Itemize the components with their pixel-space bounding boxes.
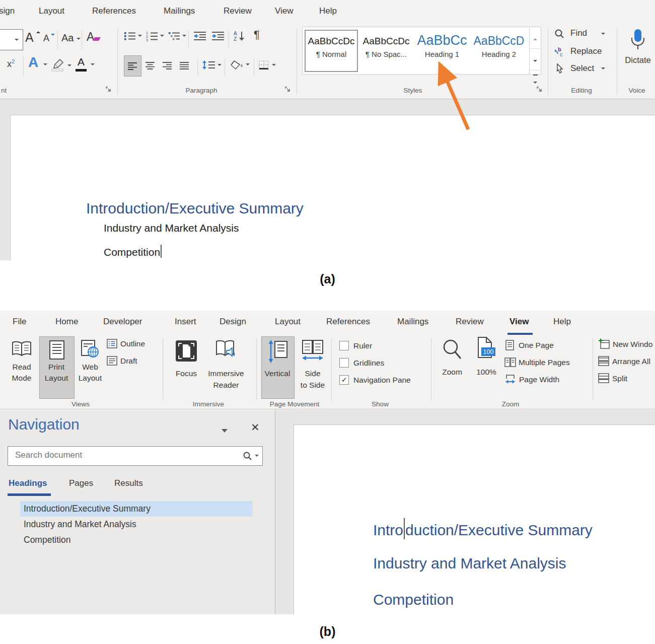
vertical-icon	[268, 339, 288, 364]
doc-heading1-post: duction/Executive Summary	[405, 522, 593, 538]
styles-dialog-launcher[interactable]	[537, 87, 543, 93]
multilevel-list-icon	[168, 31, 180, 40]
document-page[interactable]: Introduction/Executive Summary Industry …	[10, 115, 655, 260]
search-options-chevron[interactable]	[255, 455, 259, 457]
close-icon[interactable]: ✕	[251, 421, 260, 434]
dictate-button[interactable]: Dictate	[620, 28, 655, 51]
tab-headings-active[interactable]: Headings	[9, 478, 47, 488]
menu-tab-developer[interactable]: Developer	[103, 317, 142, 327]
bullet-list-icon	[124, 31, 136, 40]
clear-formatting-button[interactable]: A	[87, 30, 94, 44]
shading-button[interactable]	[231, 59, 243, 70]
group-divider	[256, 338, 257, 400]
gridlines-checkbox[interactable]	[339, 358, 349, 368]
side-to-side-label2: to Side	[296, 381, 329, 390]
menu-tab-help[interactable]: Help	[319, 6, 337, 16]
align-right-button[interactable]	[162, 61, 172, 69]
group-divider	[297, 28, 297, 95]
menu-tab-references[interactable]: References	[92, 6, 136, 16]
text-effects-button[interactable]: A	[28, 54, 38, 70]
line-spacing-button[interactable]	[202, 60, 215, 69]
tab-results[interactable]: Results	[114, 478, 143, 488]
web-layout-label2: Layout	[75, 374, 106, 383]
tab-pages[interactable]: Pages	[69, 478, 93, 488]
focus-button[interactable]: Focus	[171, 338, 201, 397]
replace-button[interactable]: b c Replace	[554, 46, 565, 57]
superscript-x-glyph: x	[7, 59, 12, 69]
navigation-pane-checkbox-checked[interactable]: ✓	[339, 375, 349, 385]
nav-item[interactable]: Competition	[24, 535, 70, 545]
align-center-button[interactable]	[145, 61, 155, 69]
menu-tab-layout[interactable]: Layout	[275, 317, 301, 327]
menu-tab-references[interactable]: References	[326, 317, 370, 327]
zoom-100-button[interactable]: 100 100%	[472, 336, 500, 387]
search-icon[interactable]	[243, 452, 252, 460]
ruler-checkbox[interactable]	[339, 341, 349, 350]
select-button[interactable]: Select	[556, 63, 564, 74]
menu-tab-insert[interactable]: Insert	[175, 317, 196, 327]
draft-button[interactable]: Draft	[107, 356, 117, 366]
search-box[interactable]	[8, 446, 263, 466]
paragraph-dialog-launcher[interactable]	[285, 87, 291, 93]
outline-button[interactable]: Outline	[107, 339, 117, 348]
page-width-button[interactable]: Page Width	[505, 374, 516, 385]
styles-scroll-up[interactable]	[530, 27, 541, 49]
menu-tab-home[interactable]: Home	[55, 317, 78, 327]
menu-tab-mailings[interactable]: Mailings	[164, 6, 195, 16]
font-color-button[interactable]: A	[76, 56, 87, 67]
style-normal[interactable]: AaBbCcDc ¶ Normal	[305, 30, 358, 72]
sort-button[interactable]: A Z	[234, 30, 246, 41]
grow-font-button[interactable]: A	[25, 30, 34, 45]
menu-tab-review[interactable]: Review	[456, 317, 484, 327]
find-button[interactable]: Find	[555, 29, 564, 38]
decrease-indent-button[interactable]	[193, 31, 206, 40]
pane-options-chevron[interactable]	[222, 429, 228, 433]
numbering-button[interactable]: 1 2 3	[146, 31, 158, 41]
change-case-button[interactable]: Aa	[61, 32, 74, 44]
caret-down-icon	[51, 34, 55, 36]
nav-item-selected[interactable]: Introduction/Executive Summary	[20, 501, 253, 517]
web-layout-button[interactable]: Web Layout	[75, 338, 106, 397]
menu-tab-design[interactable]: Design	[220, 317, 246, 327]
multilevel-list-button[interactable]	[168, 31, 180, 40]
print-layout-button-selected[interactable]: Print Layout	[39, 336, 75, 399]
styles-scroll-down[interactable]	[530, 49, 541, 70]
styles-gallery: AaBbCcDc ¶ Normal AaBbCcDc ¶ No Spac... …	[302, 27, 530, 75]
immersive-reader-button[interactable]: Immersive Reader	[204, 338, 248, 397]
font-size-combo[interactable]	[0, 29, 23, 50]
one-page-button[interactable]: One Page	[505, 340, 514, 350]
justify-button[interactable]	[179, 61, 189, 69]
highlight-button[interactable]	[50, 58, 64, 71]
search-input[interactable]	[14, 450, 233, 461]
menu-tab-help[interactable]: Help	[553, 317, 571, 327]
font-dialog-launcher[interactable]	[106, 87, 112, 93]
menu-tab-mailings[interactable]: Mailings	[397, 317, 428, 327]
style-heading2[interactable]: AaBbCcD Heading 2	[472, 30, 526, 70]
split-button[interactable]: Split	[598, 373, 609, 383]
menu-tab-layout[interactable]: Layout	[39, 6, 64, 16]
menu-tab-view-active[interactable]: View	[510, 317, 529, 327]
align-left-button[interactable]	[124, 55, 141, 77]
vertical-button-selected[interactable]: Vertical	[261, 336, 295, 399]
bullets-button[interactable]	[124, 31, 136, 40]
style-no-spacing[interactable]: AaBbCcDc ¶ No Spac...	[360, 30, 412, 70]
zoom-button[interactable]: Zoom	[438, 337, 466, 388]
nav-item[interactable]: Industry and Market Analysis	[24, 519, 136, 530]
superscript-button[interactable]: x2	[7, 58, 15, 69]
menu-tab-design-partial[interactable]: sign	[0, 6, 15, 16]
paint-bucket-icon	[231, 59, 243, 70]
menu-tab-review[interactable]: Review	[224, 6, 252, 16]
multiple-pages-button[interactable]: Multiple Pages	[504, 357, 516, 367]
show-marks-button[interactable]: ¶	[254, 28, 260, 41]
new-window-button[interactable]: New Windo	[598, 338, 610, 349]
menu-tab-file[interactable]: File	[13, 317, 26, 327]
shrink-font-button[interactable]: A	[43, 33, 49, 44]
print-layout-label2: Layout	[40, 374, 73, 383]
arrange-all-button[interactable]: Arrange All	[598, 356, 609, 366]
menu-tab-view[interactable]: View	[275, 6, 294, 16]
side-to-side-button[interactable]: Side to Side	[296, 338, 329, 397]
borders-button[interactable]	[259, 60, 269, 69]
increase-indent-button[interactable]	[211, 31, 225, 40]
read-mode-button[interactable]: Read Mode	[6, 338, 37, 397]
document-page[interactable]: Introduction/Executive Summary Industry …	[294, 424, 655, 614]
